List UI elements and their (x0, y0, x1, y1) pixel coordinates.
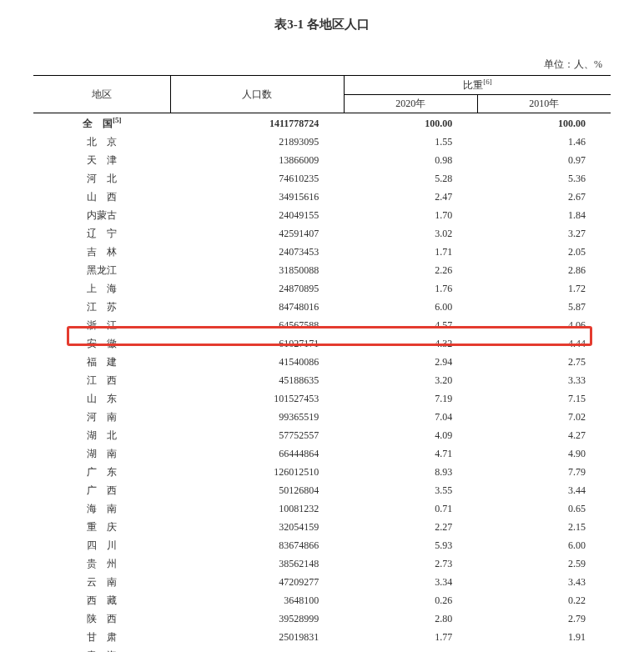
cell-2020: 4.32 (344, 334, 477, 353)
cell-2020: 100.00 (344, 113, 477, 133)
cell-population: 24049155 (171, 206, 345, 224)
cell-region: 江 西 (33, 371, 171, 389)
cell-population: 41540086 (171, 353, 345, 371)
cell-2010: 2.15 (477, 518, 611, 536)
cell-2010: 2.05 (477, 243, 611, 261)
cell-2010: 4.06 (477, 316, 611, 334)
cell-region: 江 苏 (33, 298, 171, 316)
cell-2010: 0.42 (477, 646, 611, 652)
cell-population: 84748016 (171, 298, 345, 316)
cell-2010: 3.44 (477, 481, 611, 499)
cell-2010: 1.84 (477, 206, 611, 224)
header-ratio: 比重[6] (344, 76, 611, 95)
cell-region: 全 国[5] (33, 113, 171, 133)
cell-2010: 3.43 (477, 573, 611, 591)
cell-2010: 2.59 (477, 554, 611, 573)
table-row-total: 全 国[5]1411778724100.00100.00 (33, 113, 611, 133)
cell-2010: 0.65 (477, 499, 611, 518)
cell-population: 45188635 (171, 371, 345, 389)
table-row: 江 苏847480166.005.87 (33, 298, 611, 316)
table-row: 湖 南664448644.714.90 (33, 444, 611, 463)
cell-2020: 2.47 (344, 188, 477, 206)
cell-population: 64567588 (171, 316, 345, 334)
cell-2010: 100.00 (477, 113, 611, 133)
table-title: 表3-1 各地区人口 (33, 17, 611, 33)
cell-2010: 3.27 (477, 224, 611, 243)
cell-2020: 5.28 (344, 169, 477, 188)
cell-population: 101527453 (171, 389, 345, 408)
cell-2010: 7.15 (477, 389, 611, 408)
cell-region: 河 南 (33, 408, 171, 426)
cell-2020: 1.71 (344, 243, 477, 261)
table-row: 上 海248708951.761.72 (33, 279, 611, 298)
cell-region: 甘 肃 (33, 628, 171, 646)
header-population: 人口数 (171, 76, 345, 113)
cell-2020: 0.26 (344, 591, 477, 609)
table-row: 吉 林240734531.712.05 (33, 243, 611, 261)
table-row: 湖 北577525574.094.27 (33, 426, 611, 444)
table-row: 山 东1015274537.197.15 (33, 389, 611, 408)
cell-population: 24073453 (171, 243, 345, 261)
cell-population: 83674866 (171, 536, 345, 554)
cell-2010: 6.00 (477, 536, 611, 554)
cell-2010: 4.27 (477, 426, 611, 444)
table-row: 江 西451886353.203.33 (33, 371, 611, 389)
cell-2010: 2.67 (477, 188, 611, 206)
table-row: 重 庆320541592.272.15 (33, 518, 611, 536)
cell-2020: 2.26 (344, 261, 477, 279)
cell-2010: 4.44 (477, 334, 611, 353)
cell-2010: 1.72 (477, 279, 611, 298)
cell-2020: 7.04 (344, 408, 477, 426)
cell-2020: 2.94 (344, 353, 477, 371)
cell-2020: 1.70 (344, 206, 477, 224)
population-table: 地区 人口数 比重[6] 2020年 2010年 全 国[5]141177872… (33, 75, 611, 652)
table-row: 云 南472092773.343.43 (33, 573, 611, 591)
table-row: 河 北746102355.285.36 (33, 169, 611, 188)
cell-region: 山 西 (33, 188, 171, 206)
cell-2020: 0.98 (344, 151, 477, 169)
cell-region: 上 海 (33, 279, 171, 298)
cell-population: 39528999 (171, 609, 345, 628)
cell-2010: 7.02 (477, 408, 611, 426)
cell-population: 1411778724 (171, 113, 345, 133)
table-row: 甘 肃250198311.771.91 (33, 628, 611, 646)
cell-2010: 2.79 (477, 609, 611, 628)
cell-population: 25019831 (171, 628, 345, 646)
cell-2020: 2.80 (344, 609, 477, 628)
cell-2020: 3.02 (344, 224, 477, 243)
cell-population: 13866009 (171, 151, 345, 169)
cell-population: 5923957 (171, 646, 345, 652)
cell-2020: 3.20 (344, 371, 477, 389)
table-row: 陕 西395289992.802.79 (33, 609, 611, 628)
cell-region: 黑龙江 (33, 261, 171, 279)
cell-region: 湖 南 (33, 444, 171, 463)
cell-region: 安 徽 (33, 334, 171, 353)
cell-region: 内蒙古 (33, 206, 171, 224)
cell-region: 云 南 (33, 573, 171, 591)
cell-2020: 0.71 (344, 499, 477, 518)
cell-population: 21893095 (171, 133, 345, 151)
cell-2010: 0.22 (477, 591, 611, 609)
cell-2010: 3.33 (477, 371, 611, 389)
table-row: 河 南993655197.047.02 (33, 408, 611, 426)
cell-2020: 1.76 (344, 279, 477, 298)
cell-2020: 5.93 (344, 536, 477, 554)
cell-region: 西 藏 (33, 591, 171, 609)
cell-region: 广 东 (33, 463, 171, 481)
cell-2020: 7.19 (344, 389, 477, 408)
header-2010: 2010年 (477, 95, 611, 113)
table-row: 广 西501268043.553.44 (33, 481, 611, 499)
cell-population: 10081232 (171, 499, 345, 518)
cell-2010: 5.87 (477, 298, 611, 316)
table-row: 西 藏36481000.260.22 (33, 591, 611, 609)
cell-region: 辽 宁 (33, 224, 171, 243)
cell-2020: 4.71 (344, 444, 477, 463)
cell-population: 50126804 (171, 481, 345, 499)
table-row: 四 川836748665.936.00 (33, 536, 611, 554)
cell-population: 3648100 (171, 591, 345, 609)
cell-region: 海 南 (33, 499, 171, 518)
table-row: 贵 州385621482.732.59 (33, 554, 611, 573)
table-row: 内蒙古240491551.701.84 (33, 206, 611, 224)
cell-2020: 4.57 (344, 316, 477, 334)
cell-population: 74610235 (171, 169, 345, 188)
